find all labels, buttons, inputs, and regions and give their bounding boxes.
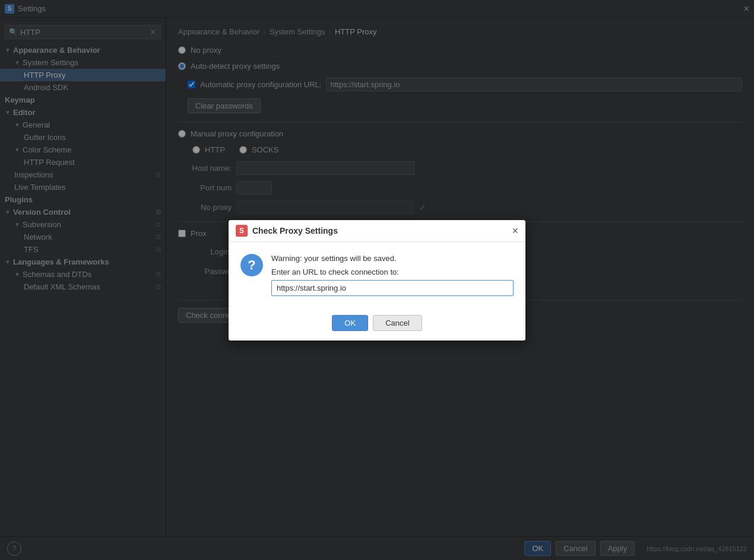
modal-cancel-button[interactable]: Cancel: [373, 315, 422, 331]
modal-text-block: Warning: your settings will be saved. En…: [271, 254, 514, 296]
modal-url-input[interactable]: [271, 280, 514, 296]
modal-ok-button[interactable]: OK: [332, 315, 368, 331]
modal-dialog: S Check Proxy Settings × ? Warning: your…: [229, 220, 525, 341]
modal-warning-text: Warning: your settings will be saved.: [271, 254, 514, 263]
modal-body: ? Warning: your settings will be saved. …: [229, 242, 525, 315]
modal-title-text: Check Proxy Settings: [252, 226, 338, 236]
svg-text:S: S: [239, 227, 244, 235]
modal-enter-url-label: Enter an URL to check connection to:: [271, 268, 514, 276]
modal-overlay: S Check Proxy Settings × ? Warning: your…: [0, 0, 754, 560]
modal-close-button[interactable]: ×: [512, 225, 518, 236]
modal-warning-row: ? Warning: your settings will be saved. …: [240, 254, 514, 296]
modal-icon: S: [236, 225, 248, 237]
modal-question-icon: ?: [240, 254, 263, 276]
modal-footer: OK Cancel: [229, 315, 525, 341]
modal-title-bar: S Check Proxy Settings ×: [229, 220, 525, 242]
modal-title-left: S Check Proxy Settings: [236, 225, 338, 237]
